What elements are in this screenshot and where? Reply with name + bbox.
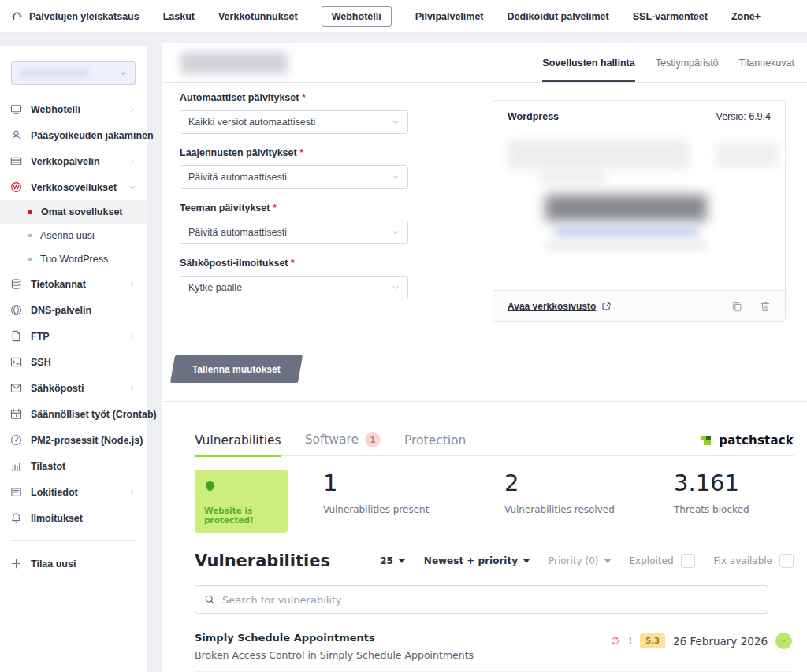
trash-icon[interactable] (760, 301, 771, 312)
sidebar-item-order-new[interactable]: Tilaa uusi (0, 551, 147, 577)
sidebar-item-cron-jobs[interactable]: Säännölliset työt (Crontab) (0, 401, 147, 427)
exploited-checkbox[interactable] (681, 554, 695, 568)
topnav-item-cloud-servers[interactable]: Pilvipalvelimet (415, 11, 484, 22)
sidebar-item-web-server[interactable]: Verkkopalvelin (0, 148, 147, 174)
tab-label: Vulnerabilities (195, 433, 281, 447)
open-website-label: Avaa verkkosivusto (508, 301, 596, 312)
tab-staging[interactable]: Testiympäristö (656, 43, 719, 82)
sidebar-subitem-own-applications[interactable]: Omat sovellukset (0, 200, 147, 224)
redacted-page-title (180, 52, 288, 74)
topnav-label: Pilvipalvelimet (415, 11, 484, 22)
sidebar-item-access-sharing[interactable]: Pääsyoikeuden jakaminen (0, 122, 147, 148)
chevron-down-icon (119, 69, 127, 77)
topnav-item-webhosting-active[interactable]: Webhotelli (322, 6, 392, 27)
auto-updates-select[interactable]: Kaikki versiot automaattisesti (180, 110, 408, 134)
open-website-link[interactable]: Avaa verkkosivusto (508, 301, 612, 312)
topnav-label: Webhotelli (332, 11, 381, 22)
application-card-body (493, 122, 785, 290)
save-changes-button[interactable]: Tallenna muutokset (170, 355, 303, 383)
version-label: Versio: (716, 111, 746, 122)
theme-updates-select[interactable]: Päivitä automaattisesti (180, 221, 408, 244)
sort-dropdown[interactable]: Newest + priority (424, 555, 530, 566)
exploited-label: Exploited (630, 555, 674, 566)
header-tabs: Sovellusten hallinta Testiympäristö Tila… (542, 43, 794, 82)
tab-vulnerabilities[interactable]: Vulnerabilities (195, 433, 281, 457)
exploited-filter[interactable]: Exploited (630, 554, 695, 568)
tab-snapshots[interactable]: Tilannekuvat (739, 43, 794, 82)
top-navigation: Palvelujen yleiskatsaus Laskut Verkkotun… (0, 0, 807, 33)
tab-software[interactable]: Software 1 (305, 432, 381, 457)
vulnerability-name: Simply Schedule Appointments (195, 632, 474, 644)
sidebar-item-webhotelli[interactable]: Webhotelli (0, 96, 147, 122)
copy-icon[interactable] (731, 301, 742, 312)
mail-icon (10, 382, 22, 394)
chevron-down-icon (780, 637, 787, 644)
vulnerability-date: 26 February 2026 (673, 635, 768, 648)
page-size-dropdown[interactable]: 25 (380, 555, 405, 566)
caret-down-icon (399, 559, 405, 563)
sidebar-item-email[interactable]: Sähköposti (0, 375, 147, 401)
sidebar-item-dns-server[interactable]: DNS-palvelin (0, 297, 147, 323)
fix-available-checkbox[interactable] (779, 554, 794, 568)
tab-label: Protection (404, 433, 466, 447)
software-count-badge: 1 (365, 432, 381, 447)
topnav-item-zone-plus[interactable]: Zone+ (731, 11, 761, 22)
sidebar-subitem-import-wordpress[interactable]: Tuo WordPress (0, 247, 147, 271)
caret-down-icon (604, 559, 611, 563)
sidebar-subitem-label: Omat sovellukset (41, 206, 123, 217)
vulnerability-description: Broken Access Control in Simply Schedule… (195, 649, 474, 661)
patchstack-logo-icon (701, 434, 713, 447)
fix-available-filter[interactable]: Fix available (714, 554, 794, 568)
bar-chart-icon (10, 460, 22, 472)
exploited-refresh-icon (610, 636, 620, 646)
topnav-item-overview[interactable]: Palvelujen yleiskatsaus (11, 10, 139, 22)
application-card-header: Wordpress Versio: 6.9.4 (493, 101, 785, 122)
vulnerability-row[interactable]: Simply Schedule Appointments Broken Acce… (195, 632, 792, 672)
expand-row-button[interactable] (775, 633, 792, 649)
topnav-label: Laskut (163, 11, 195, 22)
chevron-right-icon (128, 384, 136, 392)
topnav-item-ssl[interactable]: SSL-varmenteet (633, 11, 708, 22)
search-input[interactable] (222, 594, 759, 606)
application-title: Wordpress (508, 111, 559, 122)
topnav-label: SSL-varmenteet (633, 11, 708, 22)
vulnerabilities-list-header: Vulnerabilities 25 Newest + priority Pri… (195, 551, 794, 570)
sidebar-item-databases[interactable]: Tietokannat (0, 271, 147, 297)
tab-label: Sovellusten hallinta (542, 58, 634, 69)
warning-exclamation-icon: ! (628, 636, 632, 646)
sidebar-item-pm2-processes[interactable]: PM2-prosessit (Node.js) (0, 427, 147, 453)
topnav-item-dedicated-servers[interactable]: Dedikoidut palvelimet (508, 11, 609, 22)
sidebar-item-ssh[interactable]: SSH (0, 349, 147, 375)
sidebar-item-web-applications[interactable]: Verkkosovellukset (0, 174, 147, 200)
sidebar-item-statistics[interactable]: Tilastot (0, 453, 147, 479)
patchstack-logo-text: patchstack (719, 433, 794, 447)
field-label: Laajennusten päivitykset * (180, 147, 408, 158)
bell-icon (10, 512, 22, 524)
topnav-label: Verkkotunnukset (218, 11, 298, 22)
file-icon (10, 330, 22, 342)
field-label-text: Automaattiset päivitykset (180, 92, 299, 103)
tab-protection[interactable]: Protection (404, 433, 466, 457)
redacted-link (555, 226, 698, 238)
plugin-updates-select[interactable]: Päivitä automaattisesti (180, 165, 408, 189)
chevron-down-icon (392, 284, 400, 291)
topnav-item-domains[interactable]: Verkkotunnukset (218, 11, 298, 22)
protected-banner: Website is protected! (195, 470, 288, 533)
sidebar-subitem-install-new[interactable]: Asenna uusi (0, 224, 147, 247)
sidebar-item-logs[interactable]: Lokitiedot (0, 479, 147, 505)
main-panel: Sovellusten hallinta Testiympäristö Tila… (162, 43, 807, 672)
chevron-down-icon (392, 173, 400, 181)
site-selector-dropdown[interactable] (11, 61, 136, 85)
email-notifications-select[interactable]: Kytke päälle (180, 276, 408, 299)
sidebar-item-ftp[interactable]: FTP (0, 323, 147, 349)
topnav-item-invoices[interactable]: Laskut (163, 11, 195, 22)
priority-dropdown[interactable]: Priority (0) (549, 555, 611, 566)
tab-application-management[interactable]: Sovellusten hallinta (542, 43, 634, 82)
sidebar-item-notifications[interactable]: Ilmoitukset (0, 505, 147, 531)
chevron-right-icon (128, 106, 136, 113)
content-area: Automaattiset päivitykset * Kaikki versi… (162, 83, 807, 672)
chevron-down-icon (128, 184, 136, 191)
patchstack-section: Vulnerabilities Software 1 Protection pa… (162, 402, 807, 672)
sidebar-divider (11, 540, 136, 541)
redacted-content (508, 139, 689, 169)
